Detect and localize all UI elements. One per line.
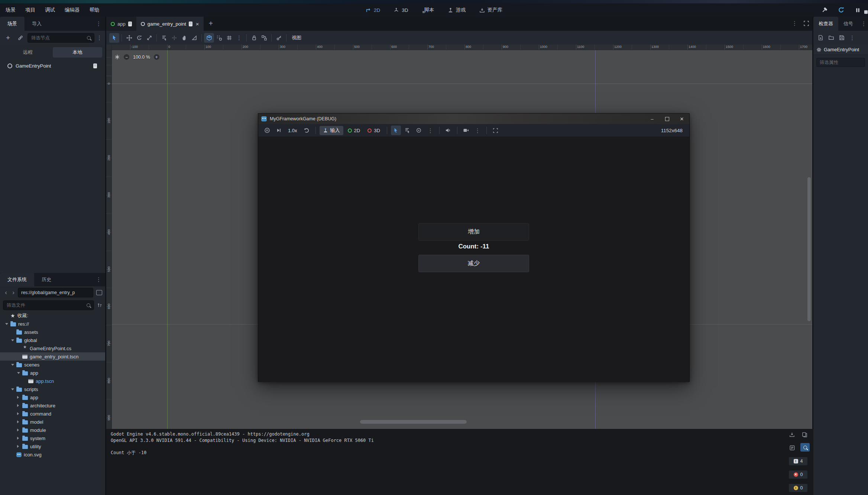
menu-editor[interactable]: 编辑器 <box>60 5 85 15</box>
zoom-level[interactable]: 100.0 % <box>133 55 150 60</box>
chevron-down-icon[interactable] <box>5 323 8 325</box>
tree-item[interactable]: res:// <box>0 320 105 328</box>
load-resource-icon[interactable] <box>828 35 834 40</box>
list-select-icon[interactable] <box>159 33 169 43</box>
save-resource-icon[interactable] <box>839 35 845 40</box>
path-field[interactable] <box>18 288 93 297</box>
restart-game-icon[interactable] <box>302 126 312 135</box>
error-count-badge[interactable]: 0 <box>789 470 807 479</box>
tree-item[interactable]: system <box>0 434 105 442</box>
mode-2d-button[interactable]: 2D <box>366 7 380 13</box>
tree-item[interactable]: scripts <box>0 385 105 393</box>
chevron-right-icon[interactable] <box>17 404 19 407</box>
scene-tab-app[interactable]: app <box>106 17 136 31</box>
filter-files-input[interactable] <box>3 300 94 310</box>
grid-icon[interactable] <box>224 33 234 43</box>
sort-icon[interactable] <box>97 303 102 308</box>
remote-button[interactable]: 远程 <box>3 47 53 58</box>
close-icon[interactable]: × <box>196 21 199 27</box>
split-view-icon[interactable] <box>96 290 102 295</box>
tree-item[interactable]: model <box>0 418 105 426</box>
tab-signals[interactable]: 信号 <box>838 17 858 31</box>
snap-menu-icon[interactable]: ⋮ <box>234 33 244 43</box>
tree-item[interactable]: app.tscn <box>0 377 105 385</box>
tree-item[interactable]: game_entry_point.tscn <box>0 352 105 361</box>
tree-item[interactable]: utility <box>0 442 105 450</box>
collapse-messages-icon[interactable] <box>787 443 797 453</box>
scale-tool-icon[interactable] <box>144 33 154 43</box>
local-button[interactable]: 本地 <box>53 47 103 58</box>
chevron-right-icon[interactable] <box>17 420 19 423</box>
chevron-right-icon[interactable] <box>17 396 19 399</box>
filesystem-menu-icon[interactable]: ⋮ <box>96 277 101 282</box>
script-icon[interactable] <box>128 22 132 26</box>
move-tool-icon[interactable] <box>124 33 134 43</box>
search-output-button[interactable] <box>800 443 810 452</box>
zoom-out-button[interactable]: − <box>124 54 129 60</box>
stop-icon[interactable] <box>861 7 868 17</box>
minimize-button[interactable]: – <box>645 114 660 124</box>
pick-menu-icon[interactable]: ⋮ <box>425 126 435 135</box>
resource-menu-icon[interactable]: ⋮ <box>849 35 855 40</box>
inspector-node-header[interactable]: GameEntryPoint <box>813 45 868 55</box>
scene-tree-menu-icon[interactable]: ⋮ <box>97 35 102 40</box>
tree-item[interactable]: app <box>0 369 105 377</box>
close-button[interactable]: ✕ <box>674 114 689 124</box>
camera-icon[interactable] <box>461 126 471 135</box>
scene-tabs-menu-icon[interactable]: ⋮ <box>792 20 797 26</box>
chevron-right-icon[interactable] <box>17 445 19 448</box>
tab-inspector[interactable]: 检查器 <box>813 17 838 31</box>
mode-game-button[interactable]: 游戏 <box>448 7 466 13</box>
camera-3d-toggle[interactable]: 3D <box>365 128 383 133</box>
pause-game-icon[interactable] <box>262 126 272 135</box>
tree-item[interactable]: command <box>0 410 105 418</box>
dock-menu-icon[interactable]: ⋮ <box>96 21 101 26</box>
canvas-viewport[interactable]: -100010020030040050060070080090010001100… <box>106 45 812 429</box>
menu-debug[interactable]: 调试 <box>40 5 60 15</box>
chevron-right-icon[interactable] <box>17 412 19 415</box>
pixel-snap-icon[interactable] <box>169 33 179 43</box>
tree-item[interactable]: module <box>0 426 105 434</box>
new-resource-icon[interactable] <box>818 35 823 40</box>
mode-assetlib-button[interactable]: 资产库 <box>479 7 503 13</box>
tab-scene[interactable]: 场景 <box>0 17 25 31</box>
message-count-badge[interactable]: 4 <box>789 457 807 465</box>
grid-snap-icon[interactable] <box>214 33 224 43</box>
decrease-button[interactable]: 减少 <box>418 255 529 272</box>
tab-import[interactable]: 导入 <box>25 17 49 31</box>
add-node-button[interactable]: + <box>3 33 13 43</box>
pick-node-icon[interactable] <box>391 126 401 135</box>
scene-tree-root-node[interactable]: GameEntryPoint <box>0 61 105 71</box>
view-menu[interactable]: 视图 <box>289 35 304 41</box>
instance-scene-icon[interactable] <box>15 33 25 43</box>
tree-item[interactable]: app <box>0 393 105 401</box>
tab-history[interactable]: 历史 <box>34 273 59 286</box>
chevron-down-icon[interactable] <box>17 372 20 374</box>
filter-properties-input[interactable] <box>816 58 865 67</box>
game-window-titlebar[interactable]: MyGFrameworkGame (DEBUG) – ✕ <box>258 114 689 124</box>
expand-icon[interactable] <box>803 20 809 26</box>
tree-item[interactable]: icon.svg <box>0 450 105 459</box>
mode-3d-button[interactable]: 3D <box>393 7 408 13</box>
animation-key-icon[interactable] <box>274 33 284 43</box>
camera-2d-toggle[interactable]: 2D <box>345 128 363 133</box>
mode-script-button[interactable]: 脚本 <box>422 7 434 13</box>
menu-project[interactable]: 项目 <box>20 5 40 15</box>
warning-count-badge[interactable]: 0 <box>789 484 807 492</box>
tree-item[interactable]: assets <box>0 328 105 336</box>
build-icon[interactable] <box>819 5 829 15</box>
menu-scene[interactable]: 场景 <box>1 5 20 15</box>
camera-override-icon[interactable] <box>114 54 120 60</box>
focus-selection-icon[interactable] <box>414 126 424 135</box>
tree-item[interactable]: architecture <box>0 401 105 410</box>
horizontal-scrollbar[interactable] <box>360 420 467 424</box>
group-icon[interactable] <box>259 33 269 43</box>
script-icon[interactable] <box>93 63 97 68</box>
forward-icon[interactable]: › <box>10 289 16 296</box>
scene-tab-game-entry-point[interactable]: game_entry_point × <box>136 17 204 31</box>
increase-button[interactable]: 增加 <box>418 223 529 241</box>
tree-item[interactable]: *GameEntryPoint.cs <box>0 344 105 352</box>
zoom-in-button[interactable]: + <box>154 54 159 60</box>
input-mode-button[interactable]: 输入 <box>320 126 343 135</box>
pan-tool-icon[interactable] <box>179 33 189 43</box>
